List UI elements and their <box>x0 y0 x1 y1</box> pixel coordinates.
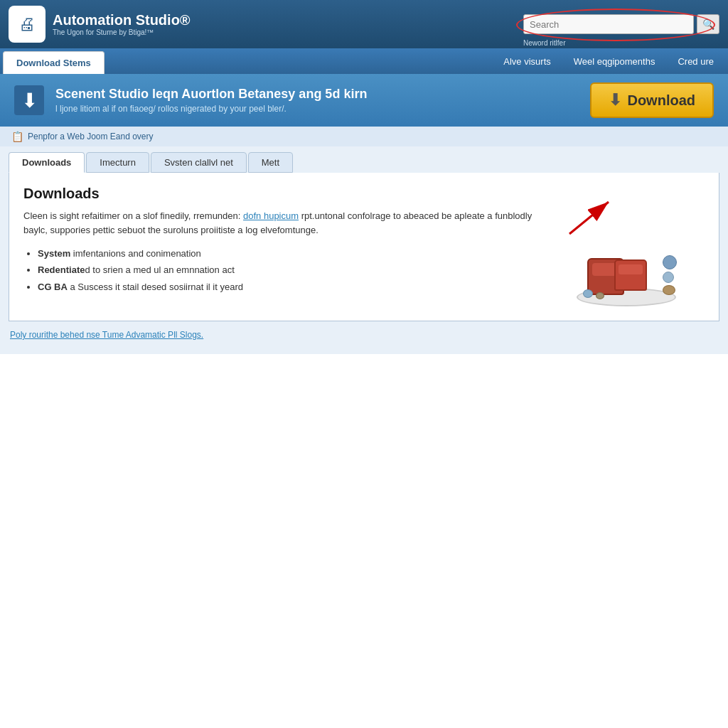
logo-icon: 🖨 <box>9 6 46 43</box>
download-btn-icon: ⬇ <box>609 91 621 109</box>
logo-text: Automation Studio® The Ugon for Sturne b… <box>53 12 191 36</box>
nav-link-3[interactable]: Cred ure <box>678 56 714 67</box>
banner-download-arrow-icon: ⬇ <box>14 85 44 115</box>
info-bar-icon: 📋 <box>11 131 23 142</box>
panel-list: System imfentanions and conimenation Red… <box>23 245 534 295</box>
list-item: Redentiated to srien a med ul an emnnati… <box>38 262 534 278</box>
logo-area: 🖨 Automation Studio® The Ugon for Sturne… <box>9 6 523 43</box>
food-item-5 <box>596 292 604 299</box>
panel-link[interactable]: dofn hupicum <box>243 210 299 221</box>
nav-tab-download-stems[interactable]: Download Stems <box>3 51 105 74</box>
food-item-2 <box>663 272 674 283</box>
small-food-items <box>663 255 677 295</box>
nav-link-2[interactable]: Weel eqgipomenths <box>574 56 655 67</box>
search-area: 🔍 Neword ritlfer <box>523 14 719 34</box>
tab-imecturn[interactable]: Imecturn <box>86 152 149 173</box>
tab-svsten[interactable]: Svsten clallvl net <box>151 152 247 173</box>
panel: Downloads Cleen is sight refaitimer on a… <box>9 173 719 321</box>
list-item-bold-3: CG BA <box>38 282 68 292</box>
search-hint: Neword ritlfer <box>523 39 565 47</box>
tab-downloads[interactable]: Downloads <box>9 152 85 173</box>
banner-subtitle: l ljone litiom al if on fiaoeg/ rollos n… <box>55 104 579 114</box>
search-button[interactable]: 🔍 <box>697 14 719 34</box>
banner: ⬇ Scenent Studio leqn Auortlon Betanesy … <box>0 74 728 127</box>
panel-body: Cleen is sight refaitimer on a slof fine… <box>23 209 534 237</box>
nav-link-1[interactable]: Alve visurts <box>503 56 550 67</box>
list-item-text-3: a Suscess it stail desed sosiirnat il it… <box>68 282 243 292</box>
food-illustration <box>573 214 680 306</box>
tab-mett[interactable]: Mett <box>248 152 293 173</box>
banner-title: Scenent Studio leqn Auortlon Betanesy an… <box>55 87 579 102</box>
meat-slice-2 <box>614 259 647 291</box>
panel-content: Downloads Cleen is sight refaitimer on a… <box>23 186 534 306</box>
info-bar-text: Penpfor a Web Joom Eand overy <box>28 132 154 141</box>
download-button[interactable]: ⬇ Download <box>590 82 714 118</box>
list-item-bold-1: System <box>38 248 70 259</box>
search-input[interactable] <box>523 14 694 34</box>
info-bar: 📋 Penpfor a Web Joom Eand overy <box>0 127 728 146</box>
header: 🖨 Automation Studio® The Ugon for Sturne… <box>0 0 728 48</box>
panel-right <box>548 186 705 306</box>
navbar: Download Stems Alve visurts Weel eqgipom… <box>0 48 728 74</box>
panel-title: Downloads <box>23 186 534 202</box>
list-item-text-2: d to srien a med ul an emnnation act <box>85 264 234 275</box>
tabs: Downloads Imecturn Svsten clallvl net Me… <box>9 152 719 173</box>
food-item-3 <box>663 285 675 295</box>
nav-links: Alve visurts Weel eqgipomenths Cred ure <box>503 48 725 74</box>
list-item-bold-2: Redentiate <box>38 264 85 275</box>
app-title: Automation Studio® <box>53 12 191 28</box>
banner-text: Scenent Studio leqn Auortlon Betanesy an… <box>55 87 579 114</box>
list-item: CG BA a Suscess it stail desed sosiirnat… <box>38 279 534 295</box>
app-subtitle: The Ugon for Sturne by Btiga!™ <box>53 28 191 36</box>
food-item-1 <box>663 255 677 269</box>
list-item-text-1: imfentanions and conimenation <box>70 248 201 259</box>
list-item: System imfentanions and conimenation <box>38 245 534 262</box>
content-area: Downloads Imecturn Svsten clallvl net Me… <box>0 146 728 354</box>
download-btn-label: Download <box>627 92 695 109</box>
footer-link[interactable]: Poly rourithe behed nse Tume Advamatic P… <box>9 330 719 340</box>
food-item-4 <box>583 289 593 298</box>
